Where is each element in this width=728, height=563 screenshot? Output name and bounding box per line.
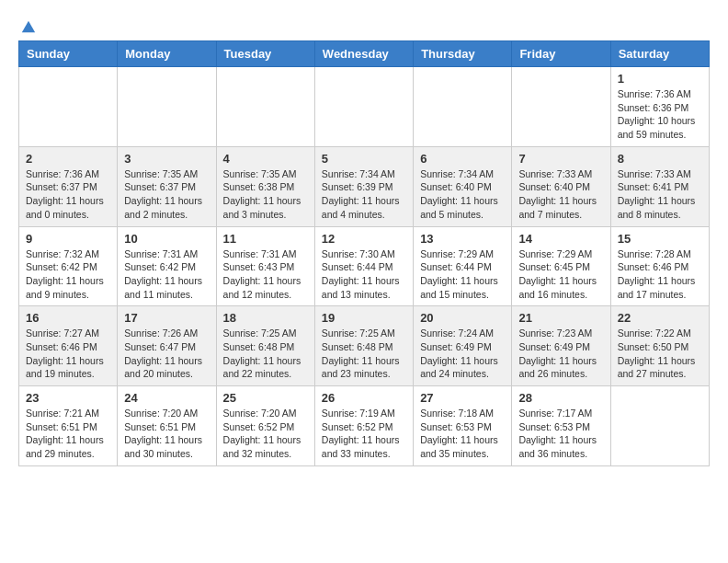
calendar-cell [19,67,118,147]
calendar-cell: 12Sunrise: 7:30 AMSunset: 6:44 PMDayligh… [314,226,413,306]
day-number: 25 [223,391,308,405]
day-info: Sunrise: 7:23 AMSunset: 6:49 PMDaylight:… [518,327,603,381]
week-row-5: 23Sunrise: 7:21 AMSunset: 6:51 PMDayligh… [19,386,710,466]
day-number: 4 [223,152,308,166]
day-info: Sunrise: 7:34 AMSunset: 6:40 PMDaylight:… [420,167,505,222]
day-number: 2 [26,152,110,166]
day-number: 1 [618,72,702,86]
week-row-1: 1Sunrise: 7:36 AMSunset: 6:36 PMDaylight… [19,67,710,147]
calendar-cell: 16Sunrise: 7:27 AMSunset: 6:46 PMDayligh… [19,306,118,386]
weekday-header-sunday: Sunday [19,41,118,67]
calendar-cell: 4Sunrise: 7:35 AMSunset: 6:38 PMDaylight… [216,146,314,226]
day-number: 17 [124,311,209,325]
calendar-cell: 24Sunrise: 7:20 AMSunset: 6:51 PMDayligh… [118,386,216,466]
calendar-cell: 25Sunrise: 7:20 AMSunset: 6:52 PMDayligh… [216,386,314,466]
day-number: 28 [518,391,603,405]
calendar-cell: 3Sunrise: 7:35 AMSunset: 6:37 PMDaylight… [118,146,216,226]
calendar-cell [610,386,709,466]
day-info: Sunrise: 7:25 AMSunset: 6:48 PMDaylight:… [322,327,406,381]
calendar-cell: 14Sunrise: 7:29 AMSunset: 6:45 PMDayligh… [512,226,610,306]
calendar-cell: 15Sunrise: 7:28 AMSunset: 6:46 PMDayligh… [610,226,709,306]
calendar-cell [314,67,413,147]
weekday-header-tuesday: Tuesday [216,41,314,67]
calendar-cell: 20Sunrise: 7:24 AMSunset: 6:49 PMDayligh… [414,306,512,386]
day-number: 13 [420,232,505,246]
day-info: Sunrise: 7:30 AMSunset: 6:44 PMDaylight:… [322,247,406,302]
week-row-4: 16Sunrise: 7:27 AMSunset: 6:46 PMDayligh… [19,306,710,386]
day-info: Sunrise: 7:35 AMSunset: 6:37 PMDaylight:… [124,167,209,222]
day-number: 21 [518,311,603,325]
calendar-cell: 21Sunrise: 7:23 AMSunset: 6:49 PMDayligh… [512,306,610,386]
day-info: Sunrise: 7:33 AMSunset: 6:40 PMDaylight:… [518,167,603,222]
day-info: Sunrise: 7:24 AMSunset: 6:49 PMDaylight:… [420,327,505,381]
page-header [18,18,710,31]
week-row-3: 9Sunrise: 7:32 AMSunset: 6:42 PMDaylight… [19,226,710,306]
weekday-header-row: SundayMondayTuesdayWednesdayThursdayFrid… [19,41,710,67]
day-number: 12 [322,232,406,246]
day-info: Sunrise: 7:20 AMSunset: 6:52 PMDaylight:… [223,407,308,461]
logo [18,18,37,31]
weekday-header-saturday: Saturday [610,41,709,67]
day-number: 10 [124,232,209,246]
calendar-table: SundayMondayTuesdayWednesdayThursdayFrid… [18,40,710,466]
day-info: Sunrise: 7:25 AMSunset: 6:48 PMDaylight:… [223,327,308,381]
day-info: Sunrise: 7:32 AMSunset: 6:42 PMDaylight:… [26,247,110,302]
logo-icon [20,18,37,35]
calendar-cell: 2Sunrise: 7:36 AMSunset: 6:37 PMDaylight… [19,146,118,226]
day-info: Sunrise: 7:36 AMSunset: 6:36 PMDaylight:… [618,87,702,142]
day-number: 20 [420,311,505,325]
calendar-cell: 13Sunrise: 7:29 AMSunset: 6:44 PMDayligh… [414,226,512,306]
calendar-cell: 9Sunrise: 7:32 AMSunset: 6:42 PMDaylight… [19,226,118,306]
week-row-2: 2Sunrise: 7:36 AMSunset: 6:37 PMDaylight… [19,146,710,226]
calendar-cell: 10Sunrise: 7:31 AMSunset: 6:42 PMDayligh… [118,226,216,306]
day-number: 18 [223,311,308,325]
day-number: 15 [618,232,702,246]
svg-marker-0 [22,21,35,33]
calendar-cell [118,67,216,147]
day-number: 11 [223,232,308,246]
calendar-cell: 18Sunrise: 7:25 AMSunset: 6:48 PMDayligh… [216,306,314,386]
calendar-cell [512,67,610,147]
calendar-cell: 23Sunrise: 7:21 AMSunset: 6:51 PMDayligh… [19,386,118,466]
day-number: 24 [124,391,209,405]
calendar-cell: 6Sunrise: 7:34 AMSunset: 6:40 PMDaylight… [414,146,512,226]
day-info: Sunrise: 7:31 AMSunset: 6:42 PMDaylight:… [124,247,209,302]
weekday-header-monday: Monday [118,41,216,67]
calendar-cell: 28Sunrise: 7:17 AMSunset: 6:53 PMDayligh… [512,386,610,466]
day-info: Sunrise: 7:31 AMSunset: 6:43 PMDaylight:… [223,247,308,302]
day-info: Sunrise: 7:36 AMSunset: 6:37 PMDaylight:… [26,167,110,222]
day-info: Sunrise: 7:18 AMSunset: 6:53 PMDaylight:… [420,407,505,461]
calendar-cell: 1Sunrise: 7:36 AMSunset: 6:36 PMDaylight… [610,67,709,147]
calendar-cell: 17Sunrise: 7:26 AMSunset: 6:47 PMDayligh… [118,306,216,386]
day-number: 27 [420,391,505,405]
calendar-cell: 27Sunrise: 7:18 AMSunset: 6:53 PMDayligh… [414,386,512,466]
day-number: 26 [322,391,406,405]
day-info: Sunrise: 7:34 AMSunset: 6:39 PMDaylight:… [322,167,406,222]
day-info: Sunrise: 7:29 AMSunset: 6:44 PMDaylight:… [420,247,505,302]
day-info: Sunrise: 7:19 AMSunset: 6:52 PMDaylight:… [322,407,406,461]
day-number: 8 [618,152,702,166]
day-number: 22 [618,311,702,325]
weekday-header-friday: Friday [512,41,610,67]
day-number: 23 [26,391,110,405]
day-number: 9 [26,232,110,246]
day-number: 5 [322,152,406,166]
day-number: 7 [518,152,603,166]
day-number: 6 [420,152,505,166]
day-number: 19 [322,311,406,325]
day-info: Sunrise: 7:27 AMSunset: 6:46 PMDaylight:… [26,327,110,381]
day-number: 16 [26,311,110,325]
day-number: 3 [124,152,209,166]
day-info: Sunrise: 7:28 AMSunset: 6:46 PMDaylight:… [618,247,702,302]
calendar-cell [414,67,512,147]
calendar-cell: 7Sunrise: 7:33 AMSunset: 6:40 PMDaylight… [512,146,610,226]
calendar-cell: 5Sunrise: 7:34 AMSunset: 6:39 PMDaylight… [314,146,413,226]
day-info: Sunrise: 7:33 AMSunset: 6:41 PMDaylight:… [618,167,702,222]
calendar-cell: 8Sunrise: 7:33 AMSunset: 6:41 PMDaylight… [610,146,709,226]
calendar-cell: 11Sunrise: 7:31 AMSunset: 6:43 PMDayligh… [216,226,314,306]
day-info: Sunrise: 7:26 AMSunset: 6:47 PMDaylight:… [124,327,209,381]
calendar-cell [216,67,314,147]
day-info: Sunrise: 7:20 AMSunset: 6:51 PMDaylight:… [124,407,209,461]
day-info: Sunrise: 7:22 AMSunset: 6:50 PMDaylight:… [618,327,702,381]
calendar-cell: 26Sunrise: 7:19 AMSunset: 6:52 PMDayligh… [314,386,413,466]
